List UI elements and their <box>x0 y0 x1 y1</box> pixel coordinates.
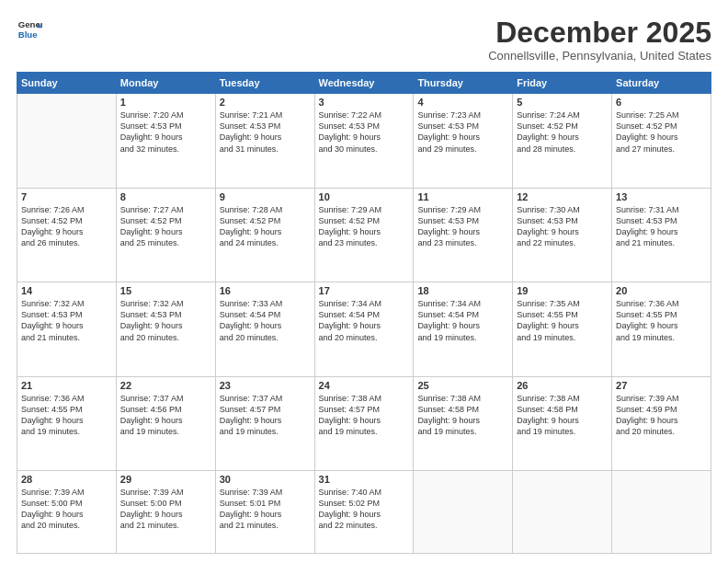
svg-text:Blue: Blue <box>18 29 38 40</box>
day-info: Sunrise: 7:31 AM Sunset: 4:53 PM Dayligh… <box>616 204 707 249</box>
day-number: 28 <box>21 474 112 485</box>
day-info: Sunrise: 7:29 AM Sunset: 4:52 PM Dayligh… <box>319 204 410 249</box>
day-number: 26 <box>517 380 608 391</box>
day-info: Sunrise: 7:24 AM Sunset: 4:52 PM Dayligh… <box>517 109 608 155</box>
table-row: 9Sunrise: 7:28 AM Sunset: 4:52 PM Daylig… <box>215 188 314 282</box>
day-number: 11 <box>417 191 508 202</box>
table-row: 30Sunrise: 7:39 AM Sunset: 5:01 PM Dayli… <box>215 471 314 554</box>
day-info: Sunrise: 7:25 AM Sunset: 4:52 PM Dayligh… <box>616 109 707 155</box>
calendar-table: Sunday Monday Tuesday Wednesday Thursday… <box>17 72 711 554</box>
day-number: 9 <box>220 191 311 202</box>
day-info: Sunrise: 7:32 AM Sunset: 4:53 PM Dayligh… <box>120 298 211 343</box>
table-row: 3Sunrise: 7:22 AM Sunset: 4:53 PM Daylig… <box>314 94 414 188</box>
col-thursday: Thursday <box>414 73 513 94</box>
table-row: 14Sunrise: 7:32 AM Sunset: 4:53 PM Dayli… <box>17 282 117 376</box>
table-row: 23Sunrise: 7:37 AM Sunset: 4:57 PM Dayli… <box>215 376 314 470</box>
table-row: 27Sunrise: 7:39 AM Sunset: 4:59 PM Dayli… <box>612 376 711 470</box>
day-number: 18 <box>417 285 508 296</box>
day-number: 6 <box>616 97 707 108</box>
table-row: 19Sunrise: 7:35 AM Sunset: 4:55 PM Dayli… <box>513 282 612 376</box>
day-number: 14 <box>21 285 112 296</box>
day-number: 31 <box>319 474 410 485</box>
col-saturday: Saturday <box>612 73 711 94</box>
table-row: 1Sunrise: 7:20 AM Sunset: 4:53 PM Daylig… <box>116 94 215 188</box>
col-sunday: Sunday <box>17 73 117 94</box>
table-row: 24Sunrise: 7:38 AM Sunset: 4:57 PM Dayli… <box>314 376 414 470</box>
table-row: 4Sunrise: 7:23 AM Sunset: 4:53 PM Daylig… <box>414 94 513 188</box>
table-row <box>612 471 711 554</box>
calendar-week-row: 28Sunrise: 7:39 AM Sunset: 5:00 PM Dayli… <box>17 471 711 554</box>
table-row <box>414 471 513 554</box>
day-info: Sunrise: 7:21 AM Sunset: 4:53 PM Dayligh… <box>220 109 311 155</box>
day-info: Sunrise: 7:39 AM Sunset: 5:01 PM Dayligh… <box>220 487 311 532</box>
col-monday: Monday <box>116 73 215 94</box>
day-number: 19 <box>517 285 608 296</box>
day-info: Sunrise: 7:32 AM Sunset: 4:53 PM Dayligh… <box>21 298 112 343</box>
calendar-week-row: 1Sunrise: 7:20 AM Sunset: 4:53 PM Daylig… <box>17 94 711 188</box>
table-row: 17Sunrise: 7:34 AM Sunset: 4:54 PM Dayli… <box>314 282 414 376</box>
day-number: 4 <box>417 97 508 108</box>
calendar-week-row: 21Sunrise: 7:36 AM Sunset: 4:55 PM Dayli… <box>17 376 711 470</box>
day-number: 22 <box>120 380 211 391</box>
day-info: Sunrise: 7:39 AM Sunset: 5:00 PM Dayligh… <box>21 487 112 532</box>
day-info: Sunrise: 7:36 AM Sunset: 4:55 PM Dayligh… <box>21 393 112 438</box>
table-row: 12Sunrise: 7:30 AM Sunset: 4:53 PM Dayli… <box>513 188 612 282</box>
day-info: Sunrise: 7:30 AM Sunset: 4:53 PM Dayligh… <box>517 204 608 249</box>
day-number: 7 <box>21 191 112 202</box>
table-row: 28Sunrise: 7:39 AM Sunset: 5:00 PM Dayli… <box>17 471 117 554</box>
col-wednesday: Wednesday <box>314 73 414 94</box>
month-title: December 2025 <box>488 17 711 49</box>
day-number: 3 <box>319 97 410 108</box>
day-number: 10 <box>319 191 410 202</box>
day-info: Sunrise: 7:39 AM Sunset: 4:59 PM Dayligh… <box>616 393 707 438</box>
day-number: 8 <box>120 191 211 202</box>
day-info: Sunrise: 7:39 AM Sunset: 5:00 PM Dayligh… <box>120 487 211 532</box>
day-number: 13 <box>616 191 707 202</box>
day-number: 27 <box>616 380 707 391</box>
day-number: 16 <box>220 285 311 296</box>
table-row: 16Sunrise: 7:33 AM Sunset: 4:54 PM Dayli… <box>215 282 314 376</box>
day-number: 12 <box>517 191 608 202</box>
day-number: 2 <box>220 97 311 108</box>
day-info: Sunrise: 7:38 AM Sunset: 4:58 PM Dayligh… <box>417 393 508 438</box>
table-row: 22Sunrise: 7:37 AM Sunset: 4:56 PM Dayli… <box>116 376 215 470</box>
day-info: Sunrise: 7:34 AM Sunset: 4:54 PM Dayligh… <box>319 298 410 343</box>
day-number: 30 <box>220 474 311 485</box>
day-number: 20 <box>616 285 707 296</box>
day-info: Sunrise: 7:23 AM Sunset: 4:53 PM Dayligh… <box>417 109 508 155</box>
table-row: 29Sunrise: 7:39 AM Sunset: 5:00 PM Dayli… <box>116 471 215 554</box>
table-row: 5Sunrise: 7:24 AM Sunset: 4:52 PM Daylig… <box>513 94 612 188</box>
table-row: 31Sunrise: 7:40 AM Sunset: 5:02 PM Dayli… <box>314 471 414 554</box>
day-number: 5 <box>517 97 608 108</box>
col-friday: Friday <box>513 73 612 94</box>
day-info: Sunrise: 7:20 AM Sunset: 4:53 PM Dayligh… <box>120 109 211 155</box>
day-info: Sunrise: 7:27 AM Sunset: 4:52 PM Dayligh… <box>120 204 211 249</box>
logo: General Blue <box>17 17 42 42</box>
calendar-week-row: 14Sunrise: 7:32 AM Sunset: 4:53 PM Dayli… <box>17 282 711 376</box>
page: General Blue December 2025 Connellsville… <box>0 0 728 563</box>
table-row <box>17 94 117 188</box>
calendar-header-row: Sunday Monday Tuesday Wednesday Thursday… <box>17 73 711 94</box>
day-number: 1 <box>120 97 211 108</box>
title-block: December 2025 Connellsville, Pennsylvani… <box>488 17 711 63</box>
day-number: 21 <box>21 380 112 391</box>
day-info: Sunrise: 7:22 AM Sunset: 4:53 PM Dayligh… <box>319 109 410 155</box>
day-number: 25 <box>417 380 508 391</box>
logo-icon: General Blue <box>17 17 42 42</box>
day-info: Sunrise: 7:35 AM Sunset: 4:55 PM Dayligh… <box>517 298 608 343</box>
col-tuesday: Tuesday <box>215 73 314 94</box>
table-row <box>513 471 612 554</box>
day-info: Sunrise: 7:29 AM Sunset: 4:53 PM Dayligh… <box>417 204 508 249</box>
day-info: Sunrise: 7:33 AM Sunset: 4:54 PM Dayligh… <box>220 298 311 343</box>
table-row: 26Sunrise: 7:38 AM Sunset: 4:58 PM Dayli… <box>513 376 612 470</box>
calendar-week-row: 7Sunrise: 7:26 AM Sunset: 4:52 PM Daylig… <box>17 188 711 282</box>
day-info: Sunrise: 7:40 AM Sunset: 5:02 PM Dayligh… <box>319 487 410 532</box>
day-number: 17 <box>319 285 410 296</box>
table-row: 18Sunrise: 7:34 AM Sunset: 4:54 PM Dayli… <box>414 282 513 376</box>
table-row: 10Sunrise: 7:29 AM Sunset: 4:52 PM Dayli… <box>314 188 414 282</box>
table-row: 2Sunrise: 7:21 AM Sunset: 4:53 PM Daylig… <box>215 94 314 188</box>
table-row: 8Sunrise: 7:27 AM Sunset: 4:52 PM Daylig… <box>116 188 215 282</box>
table-row: 7Sunrise: 7:26 AM Sunset: 4:52 PM Daylig… <box>17 188 117 282</box>
day-info: Sunrise: 7:26 AM Sunset: 4:52 PM Dayligh… <box>21 204 112 249</box>
table-row: 15Sunrise: 7:32 AM Sunset: 4:53 PM Dayli… <box>116 282 215 376</box>
